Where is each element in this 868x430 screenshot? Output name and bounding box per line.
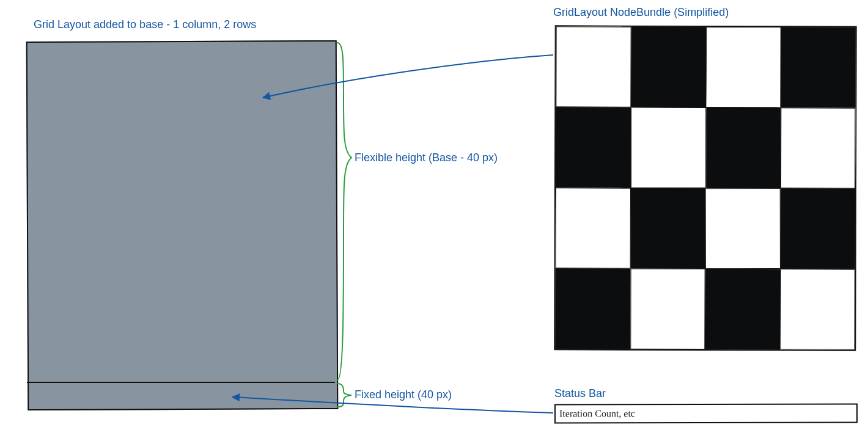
grid-cell xyxy=(630,269,705,349)
grid-cell xyxy=(631,108,706,188)
grid-cell xyxy=(705,27,781,108)
grid-cell xyxy=(555,268,630,349)
grid-cell xyxy=(705,269,781,350)
grid-cell xyxy=(631,26,707,108)
grid-cell xyxy=(781,27,856,108)
fixed-height-label: Fixed height (40 px) xyxy=(355,388,452,401)
grid-cell xyxy=(630,188,705,269)
brace-flexible xyxy=(337,43,351,380)
grid-cell xyxy=(780,269,855,349)
flexible-height-label: Flexible height (Base - 40 px) xyxy=(355,151,498,164)
checkerboard-grid xyxy=(554,25,856,351)
brace-fixed xyxy=(337,384,351,407)
grid-cell xyxy=(556,107,631,188)
grid-cell xyxy=(705,108,781,188)
grid-layout-title: Grid Layout added to base - 1 column, 2 … xyxy=(34,18,256,31)
layout-row-divider xyxy=(27,382,335,383)
diagram-canvas: Grid Layout added to base - 1 column, 2 … xyxy=(0,0,868,430)
grid-cell xyxy=(780,188,855,269)
status-bar-title: Status Bar xyxy=(554,387,606,400)
grid-cell xyxy=(705,188,781,269)
base-layout-box xyxy=(26,40,339,410)
grid-cell xyxy=(780,108,855,188)
grid-cell xyxy=(556,26,631,107)
grid-cell xyxy=(556,188,631,268)
status-bar-content: Iteration Count, etc xyxy=(559,408,635,418)
status-bar-box: Iteration Count, etc xyxy=(554,404,858,424)
node-bundle-title: GridLayout NodeBundle (Simplified) xyxy=(553,6,729,19)
